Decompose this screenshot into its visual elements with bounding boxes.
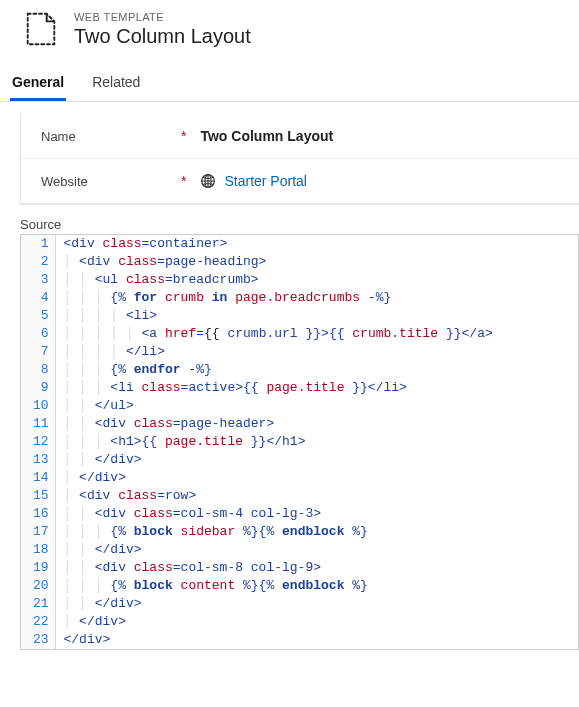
page-header: WEB TEMPLATE Two Column Layout (0, 0, 579, 60)
required-indicator: * (181, 173, 186, 189)
line-number: 6 (21, 325, 55, 343)
field-label-website: Website (41, 174, 181, 189)
code-line[interactable]: 11│ │ <div class=page-header> (21, 415, 578, 433)
tab-general[interactable]: General (10, 68, 66, 101)
code-line[interactable]: 23</div> (21, 631, 578, 649)
name-field[interactable]: Two Column Layout (200, 128, 333, 144)
line-number: 11 (21, 415, 55, 433)
line-number: 18 (21, 541, 55, 559)
line-number: 22 (21, 613, 55, 631)
code-line[interactable]: 18│ │ </div> (21, 541, 578, 559)
line-number: 21 (21, 595, 55, 613)
code-line[interactable]: 7│ │ │ │ </li> (21, 343, 578, 361)
code-content[interactable]: │ │ │ │ <li> (55, 307, 578, 325)
code-line[interactable]: 17│ │ │ {% block sidebar %}{% endblock %… (21, 523, 578, 541)
code-line[interactable]: 8│ │ │ {% endfor -%} (21, 361, 578, 379)
code-content[interactable]: │ │ </div> (55, 451, 578, 469)
required-indicator: * (181, 128, 186, 144)
page-title: Two Column Layout (74, 25, 251, 48)
website-lookup[interactable]: Starter Portal (200, 173, 306, 189)
line-number: 14 (21, 469, 55, 487)
field-label-name: Name (41, 129, 181, 144)
code-line[interactable]: 21│ │ </div> (21, 595, 578, 613)
source-editor[interactable]: 1<div class=container>2│ <div class=page… (20, 234, 579, 650)
line-number: 13 (21, 451, 55, 469)
code-line[interactable]: 6│ │ │ │ │ <a href={{ crumb.url }}>{{ cr… (21, 325, 578, 343)
code-line[interactable]: 15│ <div class=row> (21, 487, 578, 505)
code-line[interactable]: 5│ │ │ │ <li> (21, 307, 578, 325)
line-number: 7 (21, 343, 55, 361)
code-line[interactable]: 14│ </div> (21, 469, 578, 487)
line-number: 20 (21, 577, 55, 595)
line-number: 12 (21, 433, 55, 451)
line-number: 19 (21, 559, 55, 577)
code-content[interactable]: │ │ <div class=col-sm-8 col-lg-9> (55, 559, 578, 577)
code-content[interactable]: │ │ │ {% for crumb in page.breadcrumbs -… (55, 289, 578, 307)
form-panel: Name * Two Column Layout Website * Start… (20, 114, 579, 205)
code-line[interactable]: 9│ │ │ <li class=active>{{ page.title }}… (21, 379, 578, 397)
code-content[interactable]: <div class=container> (55, 235, 578, 253)
code-content[interactable]: │ │ <div class=page-header> (55, 415, 578, 433)
code-content[interactable]: │ <div class=page-heading> (55, 253, 578, 271)
code-line[interactable]: 13│ │ </div> (21, 451, 578, 469)
code-line[interactable]: 12│ │ │ <h1>{{ page.title }}</h1> (21, 433, 578, 451)
code-content[interactable]: │ │ │ <li class=active>{{ page.title }}<… (55, 379, 578, 397)
code-content[interactable]: │ │ </ul> (55, 397, 578, 415)
code-content[interactable]: │ <div class=row> (55, 487, 578, 505)
field-row-website: Website * Starter Portal (21, 159, 579, 204)
code-content[interactable]: │ │ <div class=col-sm-4 col-lg-3> (55, 505, 578, 523)
code-content[interactable]: │ </div> (55, 613, 578, 631)
code-content[interactable]: │ │ │ │ </li> (55, 343, 578, 361)
code-line[interactable]: 3│ │ <ul class=breadcrumb> (21, 271, 578, 289)
code-line[interactable]: 4│ │ │ {% for crumb in page.breadcrumbs … (21, 289, 578, 307)
tab-bar: General Related (0, 60, 579, 102)
code-content[interactable]: │ │ <ul class=breadcrumb> (55, 271, 578, 289)
code-line[interactable]: 22│ </div> (21, 613, 578, 631)
tab-related[interactable]: Related (90, 68, 142, 101)
code-line[interactable]: 1<div class=container> (21, 235, 578, 253)
line-number: 16 (21, 505, 55, 523)
code-content[interactable]: │ │ │ {% block content %}{% endblock %} (55, 577, 578, 595)
line-number: 23 (21, 631, 55, 649)
code-line[interactable]: 10│ │ </ul> (21, 397, 578, 415)
line-number: 10 (21, 397, 55, 415)
code-content[interactable]: </div> (55, 631, 578, 649)
globe-icon (200, 173, 216, 189)
source-label: Source (20, 217, 579, 232)
code-content[interactable]: │ │ │ <h1>{{ page.title }}</h1> (55, 433, 578, 451)
code-content[interactable]: │ │ │ {% endfor -%} (55, 361, 578, 379)
code-content[interactable]: │ │ </div> (55, 595, 578, 613)
code-content[interactable]: │ │ │ │ │ <a href={{ crumb.url }}>{{ cru… (55, 325, 578, 343)
code-content[interactable]: │ </div> (55, 469, 578, 487)
code-line[interactable]: 19│ │ <div class=col-sm-8 col-lg-9> (21, 559, 578, 577)
line-number: 9 (21, 379, 55, 397)
code-content[interactable]: │ │ </div> (55, 541, 578, 559)
line-number: 8 (21, 361, 55, 379)
field-row-name: Name * Two Column Layout (21, 114, 579, 159)
line-number: 4 (21, 289, 55, 307)
code-content[interactable]: │ │ │ {% block sidebar %}{% endblock %} (55, 523, 578, 541)
code-line[interactable]: 20│ │ │ {% block content %}{% endblock %… (21, 577, 578, 595)
line-number: 2 (21, 253, 55, 271)
code-line[interactable]: 16│ │ <div class=col-sm-4 col-lg-3> (21, 505, 578, 523)
code-line[interactable]: 2│ <div class=page-heading> (21, 253, 578, 271)
website-link[interactable]: Starter Portal (224, 173, 306, 189)
web-template-icon (22, 10, 60, 48)
line-number: 5 (21, 307, 55, 325)
line-number: 1 (21, 235, 55, 253)
line-number: 17 (21, 523, 55, 541)
entity-type-label: WEB TEMPLATE (74, 11, 251, 23)
line-number: 15 (21, 487, 55, 505)
line-number: 3 (21, 271, 55, 289)
